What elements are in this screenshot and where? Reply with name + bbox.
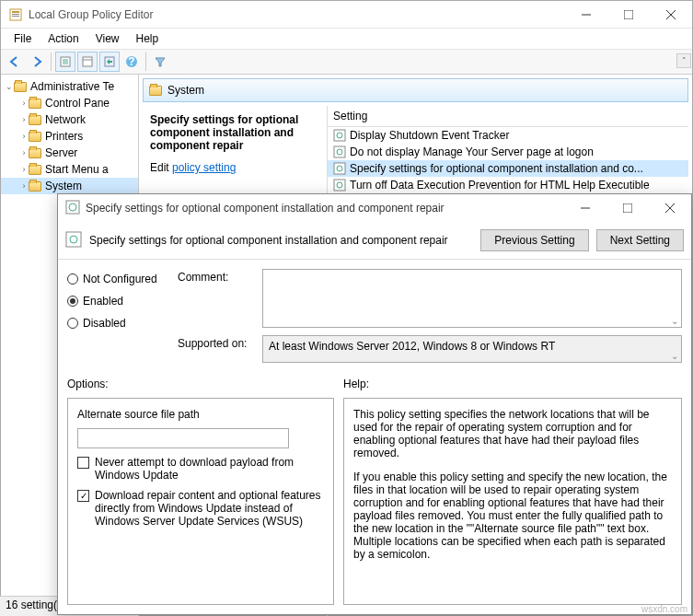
dialog-config-area: Not Configured Enabled Disabled Comment:… bbox=[58, 260, 691, 372]
watermark: wsxdn.com bbox=[641, 604, 687, 614]
toolbar-btn-1[interactable] bbox=[55, 52, 75, 72]
close-button[interactable] bbox=[650, 1, 692, 29]
dialog-sub-icon bbox=[65, 231, 82, 250]
app-icon bbox=[8, 7, 23, 22]
options-label: Options: bbox=[67, 378, 343, 390]
path-label: System bbox=[167, 84, 204, 97]
comment-label: Comment: bbox=[178, 269, 253, 328]
tree-item[interactable]: ›Server bbox=[1, 145, 138, 161]
checkbox-icon bbox=[77, 457, 89, 469]
svg-rect-5 bbox=[624, 10, 633, 19]
minimize-button[interactable] bbox=[565, 1, 607, 29]
folder-icon bbox=[29, 181, 41, 192]
filter-button[interactable] bbox=[150, 52, 170, 72]
back-button[interactable] bbox=[5, 52, 25, 72]
alt-path-label: Alternate source file path bbox=[77, 408, 324, 421]
policy-dialog: Specify settings for optional component … bbox=[57, 193, 692, 615]
tree-item[interactable]: ›Control Pane bbox=[1, 95, 138, 111]
dialog-subheader: Specify settings for optional component … bbox=[58, 222, 691, 260]
svg-rect-12 bbox=[83, 57, 92, 66]
help-panel[interactable]: This policy setting specifies the networ… bbox=[343, 398, 682, 605]
folder-icon bbox=[29, 99, 41, 109]
svg-rect-25 bbox=[66, 201, 79, 214]
svg-rect-21 bbox=[334, 163, 345, 174]
toolbar-btn-2[interactable] bbox=[77, 52, 98, 72]
radio-disabled[interactable]: Disabled bbox=[67, 317, 168, 330]
svg-rect-23 bbox=[334, 180, 345, 191]
radio-enabled[interactable]: Enabled bbox=[67, 295, 168, 308]
resize-grip-icon: ⌄ bbox=[668, 349, 681, 362]
edit-policy-link[interactable]: policy setting bbox=[172, 161, 236, 174]
setting-icon bbox=[333, 129, 346, 142]
menu-view[interactable]: View bbox=[88, 30, 127, 47]
previous-setting-button[interactable]: Previous Setting bbox=[480, 229, 588, 251]
path-bar: System bbox=[143, 78, 688, 102]
folder-icon bbox=[29, 132, 41, 142]
dialog-maximize-button[interactable] bbox=[606, 194, 649, 222]
folder-icon bbox=[14, 82, 27, 92]
supported-label: Supported on: bbox=[178, 335, 253, 363]
dialog-icon bbox=[65, 200, 80, 217]
dialog-minimize-button[interactable] bbox=[564, 194, 606, 222]
help-text: If you enable this policy setting and sp… bbox=[353, 471, 672, 561]
setting-icon bbox=[333, 162, 346, 175]
svg-rect-1 bbox=[12, 11, 19, 13]
radio-icon bbox=[67, 273, 78, 285]
menu-file[interactable]: File bbox=[6, 30, 39, 47]
toolbar-btn-3[interactable] bbox=[99, 52, 120, 72]
setting-icon bbox=[333, 179, 346, 192]
tree-item[interactable]: ›Network bbox=[1, 111, 138, 128]
svg-rect-31 bbox=[66, 232, 81, 247]
svg-rect-28 bbox=[623, 203, 632, 213]
setting-icon bbox=[333, 145, 346, 158]
radio-not-configured[interactable]: Not Configured bbox=[67, 273, 168, 285]
main-title: Local Group Policy Editor bbox=[29, 8, 565, 21]
tree-item[interactable]: ›Printers bbox=[1, 128, 138, 145]
folder-icon bbox=[149, 86, 162, 96]
main-titlebar: Local Group Policy Editor bbox=[1, 1, 692, 29]
checkbox-download-wu[interactable]: ✓ Download repair content and optional f… bbox=[77, 489, 324, 528]
dialog-titlebar: Specify settings for optional component … bbox=[58, 194, 691, 222]
svg-rect-19 bbox=[334, 146, 345, 157]
list-item-selected[interactable]: Specify settings for optional component … bbox=[328, 160, 688, 177]
menu-help[interactable]: Help bbox=[129, 30, 167, 47]
selected-heading: Specify settings for optional component … bbox=[150, 113, 319, 152]
folder-icon bbox=[29, 165, 41, 175]
resize-grip-icon: ⌄ bbox=[668, 314, 681, 327]
svg-text:?: ? bbox=[128, 55, 134, 68]
toolbar: ? bbox=[1, 49, 692, 75]
help-label: Help: bbox=[343, 378, 369, 390]
comment-input[interactable]: ⌄ bbox=[262, 269, 682, 328]
checkbox-never-download[interactable]: Never attempt to download payload from W… bbox=[77, 456, 324, 482]
checkbox-icon-checked: ✓ bbox=[77, 490, 89, 502]
list-header[interactable]: Setting bbox=[328, 106, 688, 127]
list-item[interactable]: Do not display Manage Your Server page a… bbox=[328, 144, 688, 160]
svg-rect-2 bbox=[12, 14, 19, 15]
dialog-title: Specify settings for optional component … bbox=[86, 202, 564, 215]
supported-on-field: At least Windows Server 2012, Windows 8 … bbox=[262, 335, 682, 363]
next-setting-button[interactable]: Next Setting bbox=[596, 229, 684, 251]
options-panel: Alternate source file path Never attempt… bbox=[67, 398, 334, 605]
help-text: This policy setting specifies the networ… bbox=[353, 408, 672, 459]
folder-icon bbox=[29, 148, 41, 158]
tree-item-system[interactable]: ›System bbox=[1, 178, 138, 194]
forward-button[interactable] bbox=[27, 52, 47, 72]
radio-icon bbox=[67, 296, 78, 307]
list-item[interactable]: Display Shutdown Event Tracker bbox=[328, 127, 688, 144]
tree-item[interactable]: ›Start Menu a bbox=[1, 161, 138, 178]
menubar: File Action View Help bbox=[1, 29, 692, 49]
maximize-button[interactable] bbox=[607, 1, 650, 29]
edit-link-row: Edit policy setting bbox=[150, 161, 319, 174]
alt-path-input[interactable] bbox=[77, 428, 289, 448]
svg-rect-3 bbox=[12, 16, 19, 17]
list-scroll-up-icon[interactable]: ˄ bbox=[676, 53, 691, 68]
svg-rect-17 bbox=[334, 130, 345, 141]
dialog-close-button[interactable] bbox=[649, 194, 691, 222]
dialog-subtitle: Specify settings for optional component … bbox=[89, 234, 473, 247]
tree-root[interactable]: ⌄ Administrative Te bbox=[1, 78, 138, 95]
menu-action[interactable]: Action bbox=[40, 30, 86, 47]
list-item[interactable]: Turn off Data Execution Prevention for H… bbox=[328, 177, 688, 193]
folder-icon bbox=[29, 115, 41, 125]
radio-icon bbox=[67, 318, 78, 329]
help-button[interactable]: ? bbox=[121, 52, 142, 72]
